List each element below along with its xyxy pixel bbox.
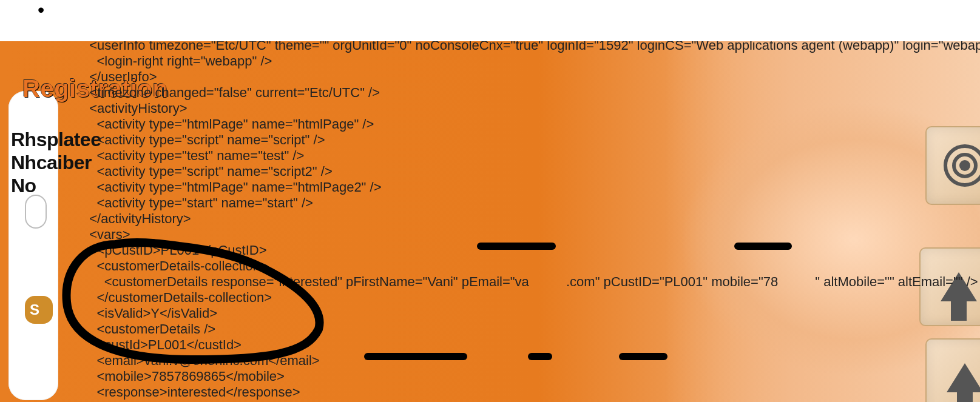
redaction-mark xyxy=(528,353,552,360)
submit-button[interactable]: S xyxy=(25,296,53,324)
text-input[interactable] xyxy=(25,195,47,229)
redaction-mark xyxy=(734,243,792,250)
xml-debug-dump: <userInfo timezone="Etc/UTC" theme="" or… xyxy=(82,41,980,402)
redaction-mark xyxy=(477,243,556,250)
redaction-mark xyxy=(364,353,467,360)
list-bullet: • xyxy=(38,0,44,19)
redaction-mark xyxy=(619,353,667,360)
hero-band: Registration Rhsplatee Nhcaiber No S <us… xyxy=(0,41,980,402)
field-label-3: No xyxy=(11,175,47,197)
